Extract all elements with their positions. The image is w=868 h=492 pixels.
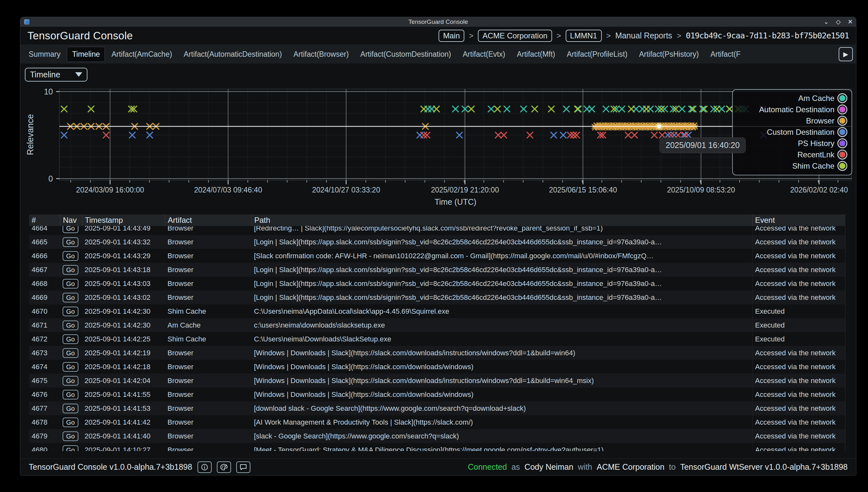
path-cell: C:\Users\neima\Downloads\SlackSetup.exe — [251, 332, 752, 346]
legend-label: Shim Cache — [792, 162, 835, 171]
path-cell: [Login | Slack](https://app.slack.com/ss… — [251, 235, 752, 249]
event-cell: Executed — [752, 304, 845, 318]
go-button[interactable]: Go — [63, 251, 78, 261]
legend-label: Automatic Destination — [759, 105, 835, 114]
view-mode-dropdown[interactable]: Timeline — [25, 68, 88, 81]
tab-artifact-automaticdestination-[interactable]: Artifact(AutomaticDestination) — [179, 47, 287, 62]
row-number: 4670 — [29, 304, 60, 318]
go-button[interactable]: Go — [63, 293, 78, 302]
nav-cell: Go — [60, 291, 82, 304]
breadcrumb-separator: > — [469, 31, 473, 40]
x-tick-label: 2024/07/03 09:46:40 — [194, 186, 262, 194]
y-axis-label: Relevance — [25, 114, 35, 155]
go-button[interactable]: Go — [63, 418, 78, 427]
column-header-event[interactable]: Event — [752, 214, 845, 226]
legend-item-custom-destination[interactable]: Custom Destination — [737, 126, 848, 138]
go-button[interactable]: Go — [63, 265, 78, 275]
table-row: 4680Go2025-09-01 14:10:27Browser[Meet - … — [29, 443, 845, 451]
artifact-cell: Browser — [165, 235, 251, 249]
event-cell: Accessed via the network — [752, 291, 845, 304]
column-header--[interactable]: # — [29, 214, 60, 226]
tab-artifact-f[interactable]: Artifact(F — [705, 47, 746, 62]
server-name: TensorGuard WtServer v1.0.0-alpha.7+3b18… — [680, 462, 848, 472]
tab-artifact-amcache-[interactable]: Artifact(AmCache) — [106, 47, 177, 62]
legend-item-ps-history[interactable]: PS History — [737, 138, 848, 149]
column-header-path[interactable]: Path — [251, 214, 752, 226]
artifact-cell: Browser — [165, 388, 251, 401]
nav-cell: Go — [60, 415, 82, 429]
tab-artifact-browser-[interactable]: Artifact(Browser) — [288, 47, 354, 62]
legend-color-dot — [839, 118, 845, 124]
column-header-nav[interactable]: Nav — [60, 214, 82, 226]
to-label: to — [669, 462, 676, 472]
table-row: 4673Go2025-09-01 14:42:19Browser[Windows… — [29, 346, 845, 360]
artifact-cell: Browser — [165, 443, 251, 451]
minimize-icon[interactable]: ⌄ — [824, 17, 829, 27]
path-cell: c:\users\neima\downloads\slacksetup.exe — [251, 318, 752, 332]
row-number: 4669 — [29, 291, 60, 304]
table-row: 4669Go2025-09-01 14:43:02Browser[Login |… — [29, 291, 845, 304]
palette-icon — [220, 464, 228, 471]
artifact-cell: Browser — [165, 374, 251, 388]
legend-label: Am Cache — [798, 94, 835, 103]
column-header-timestamp[interactable]: Timestamp — [82, 214, 165, 226]
go-button[interactable]: Go — [63, 404, 78, 413]
table-row: 4674Go2025-09-01 14:42:18Browser[Windows… — [29, 360, 845, 374]
legend-item-recentlnk[interactable]: RecentLnk — [737, 149, 848, 160]
close-icon[interactable]: ✕ — [848, 17, 853, 27]
event-cell: Accessed via the network — [752, 346, 845, 360]
tab-artifact-customdestination-[interactable]: Artifact(CustomDestination) — [355, 47, 456, 62]
theme-button[interactable] — [217, 461, 231, 473]
go-button[interactable]: Go — [63, 306, 78, 316]
breadcrumb-item-main[interactable]: Main — [439, 30, 464, 42]
tab-artifact-mft-[interactable]: Artifact(Mft) — [512, 47, 561, 62]
go-button[interactable]: Go — [63, 320, 78, 330]
table-row: 4672Go2025-09-01 14:42:25Shim CacheC:\Us… — [29, 332, 845, 346]
table-viewport[interactable]: 4664Go2025-09-01 14:43:49Browser[Redirec… — [29, 226, 845, 451]
legend-color-dot — [839, 129, 845, 135]
page-title: TensorGuard Console — [27, 30, 133, 42]
x-axis-label: Time (UTC) — [435, 197, 476, 206]
go-button[interactable]: Go — [63, 362, 78, 372]
info-button[interactable] — [197, 461, 212, 473]
table-row: 4676Go2025-09-01 14:41:55Browser[Windows… — [29, 388, 845, 401]
table-row: 4664Go2025-09-01 14:43:49Browser[Redirec… — [29, 226, 845, 235]
breadcrumb-item-acme-corporation[interactable]: ACME Corporation — [478, 30, 552, 42]
row-number: 4666 — [29, 249, 60, 263]
tab-summary[interactable]: Summary — [24, 47, 66, 62]
go-button[interactable]: Go — [63, 237, 78, 247]
go-button[interactable]: Go — [63, 279, 78, 289]
tab-artifact-evtx-[interactable]: Artifact(Evtx) — [458, 47, 511, 62]
legend-item-shim-cache[interactable]: Shim Cache — [737, 160, 848, 172]
legend-item-automatic-destination[interactable]: Automatic Destination — [737, 104, 848, 115]
timestamp-cell: 2025-09-01 14:42:19 — [82, 346, 165, 360]
go-button[interactable]: Go — [63, 445, 78, 451]
artifact-cell: Browser — [165, 401, 251, 415]
go-button[interactable]: Go — [63, 432, 78, 441]
go-button[interactable]: Go — [63, 334, 78, 344]
column-header-artifact[interactable]: Artifact — [165, 214, 251, 226]
feedback-button[interactable] — [236, 461, 251, 473]
legend-item-am-cache[interactable]: Am Cache — [737, 93, 848, 104]
chart-tooltip: 2025/09/01 16:40:20 — [660, 137, 746, 153]
go-button[interactable]: Go — [63, 226, 78, 233]
legend-label: Browser — [806, 116, 835, 125]
maximize-icon[interactable]: ◇ — [836, 17, 841, 27]
legend-item-browser[interactable]: Browser — [737, 115, 848, 126]
breadcrumb-item-lmmn1[interactable]: LMMN1 — [566, 30, 602, 42]
tab-artifact-pshistory-[interactable]: Artifact(PsHistory) — [634, 47, 704, 62]
titlebar[interactable]: TensorGuard Console ⌄ ◇ ✕ — [20, 17, 856, 27]
timestamp-cell: 2025-09-01 14:42:04 — [82, 374, 165, 388]
go-button[interactable]: Go — [63, 348, 78, 358]
go-button[interactable]: Go — [63, 376, 78, 386]
x-tick-label: 2026/02/02 02:40 — [790, 186, 848, 194]
go-button[interactable]: Go — [63, 390, 78, 399]
tab-timeline[interactable]: Timeline — [67, 47, 105, 62]
row-number: 4667 — [29, 263, 60, 277]
tab-scroll-right-button[interactable]: ▶ — [839, 47, 853, 61]
row-number: 4678 — [29, 415, 60, 429]
nav-cell: Go — [60, 226, 82, 235]
tab-artifact-profilelist-[interactable]: Artifact(ProfileList) — [562, 47, 633, 62]
table-header: #NavTimestampArtifactPathEvent — [29, 214, 845, 226]
breadcrumb-item-manual-reports: Manual Reports — [615, 31, 672, 40]
